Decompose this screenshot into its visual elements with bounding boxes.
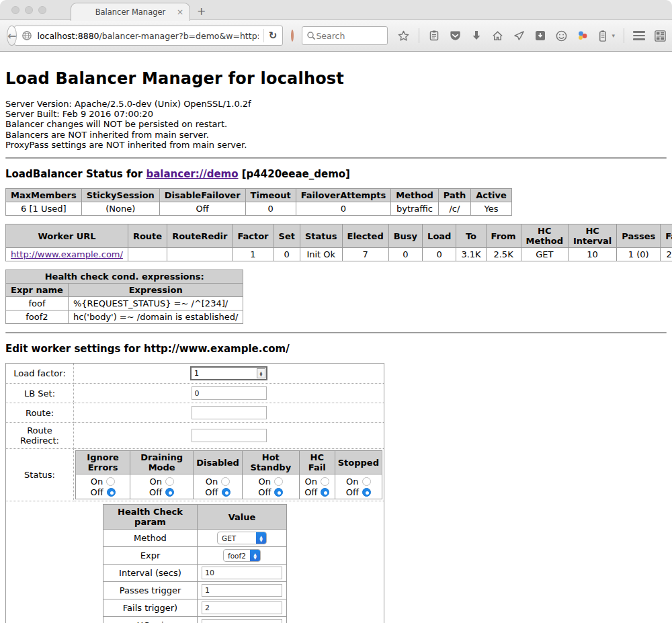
col-hot-standby: Hot Standby [242, 451, 299, 474]
content-blocked-icon[interactable] [291, 30, 294, 42]
hc-expr-select[interactable]: foof2 ▲▼ [223, 549, 261, 562]
status-stopped: On Off [335, 474, 382, 499]
off-label: Off [304, 487, 317, 497]
hc-passes-input[interactable] [202, 584, 282, 597]
balancer-heading-suffix: [p4420eeae_demo] [239, 168, 350, 180]
hc-uri-input[interactable] [202, 619, 282, 623]
hc-fail-off-radio[interactable] [321, 488, 329, 497]
status-hot-standby: On Off [242, 474, 299, 499]
cell-expr-name: foof2 [6, 310, 69, 324]
feedback-smiley-icon[interactable] [555, 30, 568, 42]
draining-mode-on-radio[interactable] [165, 477, 174, 486]
ignore-errors-off-radio[interactable] [107, 488, 116, 497]
send-page-icon[interactable] [513, 30, 526, 42]
worker-url-link[interactable]: http://www.example.com/ [11, 249, 123, 259]
hot-standby-on-radio[interactable] [274, 477, 283, 486]
notice-proxypass: ProxyPass settings are NOT inherited fro… [5, 140, 667, 150]
zoom-window-button[interactable] [38, 6, 46, 14]
hc-row-fails: Fails trigger) [103, 599, 287, 617]
cell-maxmembers: 6 [1 Used] [6, 202, 82, 216]
on-label: On [206, 476, 218, 487]
col-fails: Fails [661, 224, 672, 248]
col-set: Set [274, 224, 300, 248]
new-tab-button[interactable]: + [197, 5, 206, 17]
col-hc-param: Health Check param [103, 505, 198, 530]
col-draining-mode: Draining Mode [130, 451, 194, 474]
overflow-caret-icon[interactable]: ▾ [612, 32, 615, 39]
balancer-demo-link[interactable]: balancer://demo [146, 168, 238, 180]
table-row: 6 [1 Used] (None) Off 0 0 bytraffic /c/ … [6, 202, 512, 216]
hc-row-method: Method GET ▲▼ [103, 530, 287, 547]
toolbar-separator [624, 28, 624, 43]
home-icon[interactable] [491, 30, 504, 42]
notice-balancers: Balancers are NOT inherited from main se… [5, 130, 667, 140]
col-hc-fail: HC Fail [299, 451, 335, 474]
stopped-on-radio[interactable] [362, 477, 371, 486]
off-label: Off [91, 487, 103, 497]
col-stickysession: StickySession [81, 189, 159, 202]
url-bar[interactable]: localhost:8880/balancer-manager?b=demo&w… [14, 26, 283, 46]
edit-worker-heading: Edit worker settings for http://www.exam… [5, 343, 667, 355]
hc-method-select[interactable]: GET ▲▼ [217, 532, 267, 544]
cell-hc-interval: 10 [568, 248, 616, 261]
col-passes: Passes [617, 224, 661, 248]
on-label: On [149, 476, 161, 487]
number-spinner[interactable]: ▲▼ [257, 368, 265, 378]
lb-set-input[interactable] [192, 386, 267, 400]
minimize-window-button[interactable] [25, 6, 33, 14]
cell-load: 0 [423, 248, 456, 261]
server-built: Server Built: Feb 9 2016 07:00:20 [5, 109, 667, 119]
cell-to: 3.1K [456, 248, 486, 261]
ignore-errors-on-radio[interactable] [106, 477, 115, 486]
cell-timeout: 0 [245, 202, 296, 216]
hot-standby-off-radio[interactable] [274, 488, 283, 497]
on-label: On [259, 476, 271, 487]
cell-fails: 2 (0) [661, 248, 672, 261]
cell-status: Init Ok [300, 248, 342, 261]
cell-expression: hc('body') =~ /domain is established/ [68, 310, 243, 324]
color-dots-extension-icon[interactable] [577, 30, 589, 42]
load-factor-input[interactable] [192, 369, 257, 378]
hc-interval-input[interactable] [202, 567, 282, 579]
hc-row-passes: Passes trigger [103, 582, 287, 599]
toolbar-separator [419, 28, 419, 43]
pocket-icon[interactable] [449, 30, 462, 42]
server-info: Server Version: Apache/2.5.0-dev (Unix) … [5, 99, 667, 150]
col-disablefailover: DisableFailover [159, 189, 245, 202]
url-divider [263, 29, 264, 42]
reload-button[interactable]: ↻ [269, 30, 279, 42]
downloads-icon[interactable] [470, 30, 482, 42]
disabled-off-radio[interactable] [222, 488, 230, 497]
save-to-device-icon[interactable] [534, 30, 546, 42]
on-label: On [304, 476, 317, 487]
window-controls [11, 6, 46, 14]
route-redirect-input[interactable] [192, 429, 267, 442]
site-identity-globe-icon[interactable] [22, 30, 32, 41]
url-text[interactable]: localhost:8880/balancer-manager?b=demo&w… [37, 31, 258, 41]
page-title: Load Balancer Manager for localhost [5, 69, 667, 88]
menu-hamburger-icon[interactable] [633, 31, 645, 40]
tile-view-extension-icon[interactable] [654, 30, 667, 42]
disabled-on-radio[interactable] [221, 477, 230, 486]
battery-extension-icon[interactable] [597, 30, 608, 42]
stopped-off-radio[interactable] [362, 488, 371, 497]
hc-fail-on-radio[interactable] [321, 477, 329, 486]
col-from: From [486, 224, 521, 248]
cell-active: Yes [471, 202, 512, 216]
search-input[interactable] [316, 31, 383, 41]
url-domain: localhost:8880 [37, 31, 99, 41]
clipboard-icon[interactable] [428, 30, 440, 42]
close-window-button[interactable] [11, 6, 19, 14]
tab-balancer-manager[interactable]: Balancer Manager × [71, 3, 190, 21]
balancer-heading-prefix: LoadBalancer Status for [5, 168, 146, 180]
hc-expr-label: Expr [103, 547, 198, 565]
route-input[interactable] [192, 406, 267, 419]
col-hc-interval: HC Interval [568, 224, 616, 248]
search-box[interactable] [302, 26, 388, 45]
col-ignore-errors: Ignore Errors [76, 451, 130, 474]
draining-mode-off-radio[interactable] [165, 488, 174, 497]
hc-fails-input[interactable] [202, 601, 282, 614]
tab-close-icon[interactable]: × [177, 7, 183, 17]
bookmark-star-icon[interactable] [397, 30, 410, 42]
col-busy: Busy [388, 224, 422, 248]
